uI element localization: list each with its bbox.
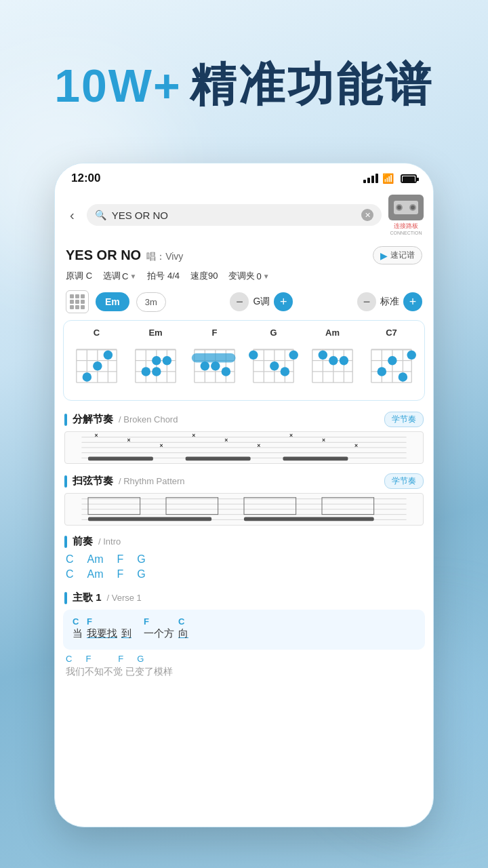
svg-point-21 (152, 356, 161, 365)
headline: 10W+ 精准功能谱 (0, 54, 488, 116)
headline-part2: 精准功能谱 (190, 54, 434, 116)
memo-label: 速记谱 (390, 250, 415, 261)
std-label: 标准 (380, 296, 399, 308)
svg-rect-100 (244, 498, 296, 515)
intro-header: 前奏 / Intro (55, 531, 433, 551)
intro-chord-am1: Am (87, 553, 104, 566)
svg-point-11 (83, 372, 92, 381)
chord-card-c7[interactable]: C7 (364, 328, 419, 393)
svg-rect-34 (192, 353, 236, 362)
svg-text:×: × (257, 442, 260, 449)
svg-point-47 (249, 351, 258, 359)
lyric-col-c: C 当 (73, 616, 83, 640)
quick-memo-button[interactable]: ▶ 速记谱 (373, 246, 422, 264)
std-plus-button[interactable]: + (403, 292, 422, 311)
chord-card-c[interactable]: C (69, 328, 124, 393)
mode-row: Em 3m − G调 + − 标准 + (55, 288, 433, 320)
chevron-down-icon2: ▼ (263, 273, 270, 280)
intro-chord-c2: C (66, 568, 74, 580)
svg-point-36 (211, 361, 220, 370)
strum-pattern (64, 493, 424, 526)
chord-name-c7: C7 (386, 328, 397, 338)
chord-diagram-c (69, 340, 124, 393)
broken-chord-title: 分解节奏 (73, 413, 113, 426)
broken-chord-tag[interactable]: 学节奏 (384, 412, 424, 427)
lyric-col-f1: F 我要找 (87, 616, 117, 640)
strum-subtitle: / Rhythm Pattern (119, 476, 185, 486)
section-bar-icon (64, 414, 67, 426)
svg-text:×: × (127, 437, 131, 444)
memo-icon: ▶ (380, 250, 388, 261)
chord-card-am[interactable]: Am (305, 328, 360, 393)
intro-chord-am2: Am (87, 568, 104, 580)
intro-chord-row1: C Am F G (66, 553, 422, 566)
key-minus-button[interactable]: − (230, 292, 249, 311)
chord-card-g[interactable]: G (246, 328, 301, 393)
search-bar[interactable]: 🔍 YES OR NO ✕ (87, 204, 382, 226)
svg-point-72 (407, 351, 415, 359)
verse1-header: 主歌 1 / Verse 1 (55, 587, 433, 607)
intro-chord-f1: F (117, 553, 124, 566)
key-control-group: − G调 + (230, 292, 293, 311)
strum-title: 扫弦节奏 (73, 475, 113, 488)
key-plus-button[interactable]: + (274, 292, 293, 311)
svg-point-48 (289, 351, 298, 359)
lyric-col-f2: F 一个方 (144, 616, 174, 640)
svg-point-22 (163, 356, 171, 365)
original-key: 原调 C (66, 270, 92, 282)
chord-name-em: Em (148, 328, 162, 338)
strum-tag[interactable]: 学节奏 (384, 473, 424, 489)
svg-point-9 (104, 351, 113, 359)
chord-card-em[interactable]: Em (128, 328, 183, 393)
capo-selector[interactable]: 变调夹 0▼ (228, 270, 269, 282)
chord-name-f: F (212, 328, 218, 338)
svg-text:×: × (322, 437, 325, 444)
svg-text:×: × (289, 432, 293, 439)
intro-chord-f2: F (117, 568, 124, 580)
cassette-button[interactable]: 连接路板 CONNECTION (388, 195, 424, 235)
verse1-lyrics: C 当 F 我要找 . 到 F 一个方 C 向 (63, 610, 425, 650)
svg-rect-103 (244, 517, 374, 521)
svg-text:×: × (95, 432, 98, 439)
clear-button[interactable]: ✕ (361, 209, 373, 221)
broken-chord-pattern: × × × × × × × × × (64, 431, 424, 464)
next-lyric-text: 我们不知不觉 已变了模样 (66, 666, 173, 677)
song-info-row: YES OR NO 唱：Vivy ▶ 速记谱 (55, 241, 433, 267)
signal-icon (363, 174, 378, 183)
em-mode-button[interactable]: Em (96, 292, 129, 311)
svg-point-60 (319, 351, 327, 359)
chord-diagram-f (187, 340, 242, 393)
key-label: G调 (253, 296, 270, 308)
svg-point-49 (270, 361, 279, 370)
wifi-icon: 📶 (382, 173, 394, 184)
intro-chord-g1: G (137, 553, 145, 566)
3m-mode-button[interactable]: 3m (136, 292, 166, 312)
svg-rect-90 (88, 457, 153, 461)
headline-part1: 10W+ (54, 59, 182, 112)
chord-card-f[interactable]: F (187, 328, 242, 393)
svg-point-62 (340, 356, 348, 365)
back-button[interactable]: ‹ (64, 205, 80, 226)
std-minus-button[interactable]: − (357, 292, 376, 311)
svg-rect-91 (186, 457, 251, 461)
section-bar-icon2 (64, 475, 67, 488)
grid-view-button[interactable] (66, 290, 89, 313)
search-icon: 🔍 (95, 210, 106, 220)
svg-rect-98 (88, 498, 140, 515)
chord-name-g: G (270, 328, 277, 338)
intro-title: 前奏 (73, 535, 93, 548)
verse1-title: 主歌 1 (73, 591, 102, 604)
tempo-info: 速度90 (190, 270, 218, 282)
status-time: 12:00 (71, 172, 100, 185)
svg-text:×: × (159, 442, 163, 449)
broken-chord-header: 分解节奏 / Broken Chord 学节奏 (55, 408, 433, 430)
svg-point-37 (222, 367, 230, 376)
status-bar: 12:00 📶 (55, 163, 433, 191)
svg-point-50 (281, 367, 289, 376)
svg-text:×: × (224, 437, 228, 444)
svg-point-73 (388, 356, 396, 365)
intro-chord-g2: G (137, 568, 145, 580)
intro-chords: C Am F G C Am F G (55, 551, 433, 587)
selected-key-selector[interactable]: 选调 C▼ (103, 270, 136, 282)
intro-chord-row2: C Am F G (66, 568, 422, 580)
